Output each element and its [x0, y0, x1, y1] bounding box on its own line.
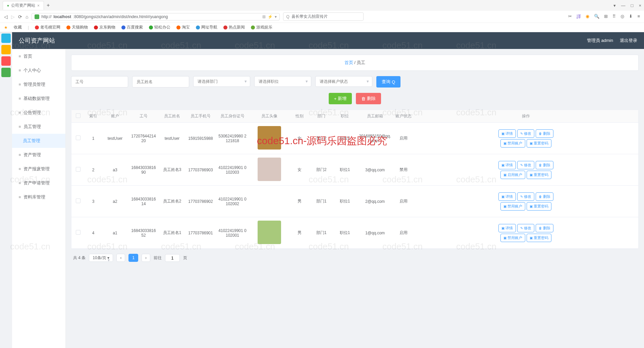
sidebar-item[interactable]: 员工管理: [12, 120, 65, 134]
minimize-icon[interactable]: —: [621, 3, 626, 8]
flash-icon[interactable]: ⚡: [268, 14, 273, 19]
bookmark-item[interactable]: 老毛桃官网: [35, 24, 60, 30]
sidebar-item[interactable]: 员工管理: [12, 134, 65, 148]
edit-button[interactable]: ✎修改: [517, 161, 534, 169]
sidebar-item[interactable]: 公告管理: [12, 106, 65, 120]
status-select[interactable]: [315, 76, 372, 87]
bookmark-item[interactable]: 轻松办公: [149, 24, 170, 30]
sidebar-item[interactable]: 资产报废管理: [12, 162, 65, 176]
shield2-icon[interactable]: ◉: [586, 14, 589, 20]
browser-tab[interactable]: ▾ 公司资产网站 ×: [3, 1, 44, 10]
url-input[interactable]: http://localhost:8080/gongsizichan/admin…: [32, 13, 280, 20]
edit-button[interactable]: ✎修改: [517, 129, 534, 138]
col-phone: 员工手机号: [185, 110, 216, 122]
home-icon[interactable]: ⌂: [25, 14, 28, 19]
row-delete-button[interactable]: 🗑删除: [536, 224, 553, 232]
goto-page-input[interactable]: [165, 254, 180, 262]
next-page-button[interactable]: ›: [142, 254, 150, 262]
side-app-icon[interactable]: [1, 45, 11, 54]
bookmark-item[interactable]: 网址导航: [196, 24, 217, 30]
page-number-button[interactable]: 1: [128, 254, 138, 262]
toggle-account-button[interactable]: ▣禁用账户: [500, 139, 525, 148]
bookmark-item[interactable]: 淘宝: [176, 24, 190, 30]
side-app-icon[interactable]: [1, 34, 11, 43]
row-checkbox[interactable]: [76, 230, 80, 235]
browser-search-input[interactable]: Q 县长带女儿拍宣传片: [283, 12, 364, 21]
jobno-input[interactable]: [71, 76, 128, 88]
sidebar-item[interactable]: 基础数据管理: [12, 92, 65, 106]
toggle-account-button[interactable]: ▣禁用账户: [500, 202, 525, 211]
close-icon[interactable]: ×: [37, 3, 40, 8]
bookmark-item[interactable]: 京东购物: [94, 24, 115, 30]
reset-password-button[interactable]: ▣重置密码: [527, 139, 551, 148]
sidebar-item[interactable]: 资产管理: [12, 148, 65, 162]
window-menu-icon[interactable]: ▾: [613, 3, 616, 8]
search-icon: Q: [392, 79, 395, 84]
reset-password-button[interactable]: ▣重置密码: [527, 202, 551, 211]
sidebar-item[interactable]: 资料库管理: [12, 190, 65, 204]
cell-dept: 部门2: [310, 132, 333, 144]
puzzle-icon[interactable]: ⊞: [604, 14, 608, 20]
detail-button[interactable]: ▣详情: [498, 192, 516, 201]
position-select[interactable]: [254, 76, 311, 87]
bookmark-bar: ★ 收藏 | 老毛桃官网 天猫购物 京东购物 百度搜索 轻松办公 淘宝 网址导航…: [0, 23, 644, 32]
cell-sex: 男: [289, 227, 310, 239]
row-delete-button[interactable]: 🗑删除: [536, 161, 553, 169]
sidebar-item[interactable]: 资产申请管理: [12, 176, 65, 190]
admin-label[interactable]: 管理员 admin: [587, 38, 613, 44]
reset-password-button[interactable]: ▣重置密码: [527, 234, 551, 242]
row-delete-button[interactable]: 🗑删除: [536, 129, 553, 138]
zoom-icon[interactable]: 🔍: [594, 14, 599, 20]
col-sex: 性别: [289, 110, 310, 122]
row-delete-button[interactable]: 🗑删除: [536, 192, 553, 201]
reload-icon[interactable]: ⟳: [18, 14, 22, 19]
dept-select[interactable]: [193, 76, 250, 87]
dropdown-icon[interactable]: ▾: [275, 14, 277, 19]
side-app-icon[interactable]: [1, 68, 11, 77]
toggle-account-button[interactable]: ▣启用账户: [500, 171, 525, 179]
edit-button[interactable]: ✎修改: [517, 192, 534, 201]
download-icon[interactable]: ⬇: [629, 14, 633, 20]
forward-icon[interactable]: ▷: [11, 14, 15, 19]
bookmark-item[interactable]: 天猫购物: [66, 24, 88, 30]
bookmark-item[interactable]: 热点新闻: [223, 24, 245, 30]
query-button[interactable]: 查询 Q: [376, 76, 400, 88]
detail-button[interactable]: ▣详情: [498, 161, 516, 169]
qr-icon[interactable]: ⊞: [262, 14, 266, 19]
row-checkbox[interactable]: [76, 167, 80, 172]
globe-icon[interactable]: ◎: [621, 14, 624, 20]
bookmark-item[interactable]: 游戏娱乐: [251, 24, 272, 30]
name-input[interactable]: [132, 76, 189, 88]
prev-page-button[interactable]: ‹: [116, 254, 125, 262]
detail-button[interactable]: ▣详情: [498, 224, 516, 232]
reset-password-button[interactable]: ▣重置密码: [527, 171, 551, 179]
close-window-icon[interactable]: ×: [639, 3, 641, 8]
per-page-select[interactable]: 10条/页 ▾: [89, 254, 113, 262]
row-checkbox[interactable]: [76, 198, 80, 203]
bookmark-item[interactable]: 百度搜索: [121, 24, 143, 30]
tab-bar: ▾ 公司资产网站 × + ▾ — □ ×: [0, 0, 644, 11]
edit-button[interactable]: ✎修改: [517, 224, 534, 232]
breadcrumb-home[interactable]: 首页: [344, 60, 353, 65]
detail-button[interactable]: ▣详情: [498, 129, 516, 138]
toggle-account-button[interactable]: ▣禁用账户: [500, 234, 525, 242]
bookmark-icon: [176, 25, 180, 30]
add-button[interactable]: + 新增: [329, 93, 352, 104]
side-app-icon[interactable]: [1, 56, 11, 66]
menu-icon[interactable]: ≡: [637, 14, 640, 20]
menu-icon: [19, 196, 21, 198]
grid-icon[interactable]: ⠿: [612, 14, 616, 20]
new-tab-button[interactable]: +: [47, 2, 50, 8]
scissors-icon[interactable]: ✂: [568, 14, 572, 20]
back-icon[interactable]: ◁: [4, 14, 8, 19]
row-checkbox[interactable]: [76, 135, 80, 140]
maximize-icon[interactable]: □: [631, 3, 634, 8]
select-all-checkbox[interactable]: [76, 113, 80, 118]
logout-link[interactable]: 退出登录: [620, 38, 637, 44]
translate-icon[interactable]: 譯: [577, 14, 581, 20]
delete-button[interactable]: 🗑 删除: [356, 93, 381, 104]
sidebar-item[interactable]: 首页: [12, 49, 65, 63]
sidebar-item[interactable]: 管理员管理: [12, 77, 65, 92]
sidebar-item[interactable]: 个人中心: [12, 63, 65, 77]
cell-sex: 男: [289, 195, 310, 208]
